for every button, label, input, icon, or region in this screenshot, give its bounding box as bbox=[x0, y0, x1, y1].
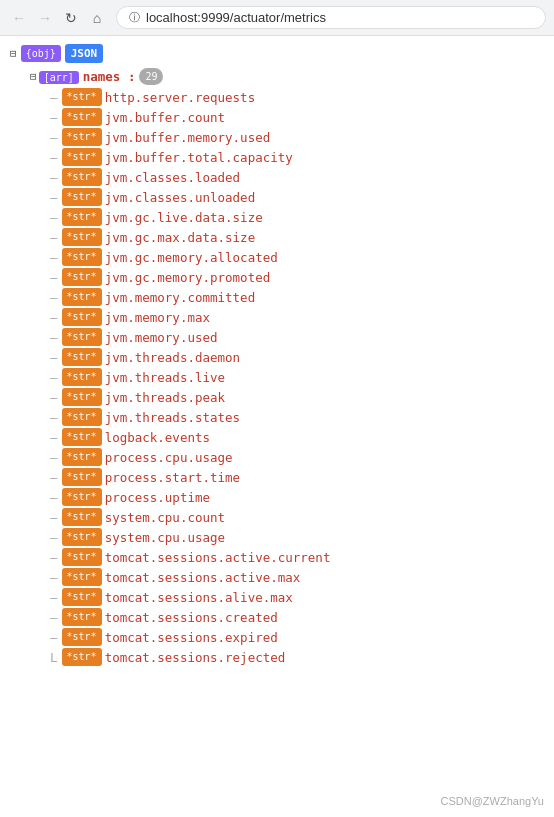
list-item: –*str*jvm.gc.live.data.size bbox=[10, 208, 544, 228]
item-value: tomcat.sessions.active.current bbox=[105, 548, 331, 568]
browser-chrome: ← → ↻ ⌂ ⓘ localhost:9999/actuator/metric… bbox=[0, 0, 554, 36]
item-value: system.cpu.usage bbox=[105, 528, 225, 548]
item-value: jvm.gc.live.data.size bbox=[105, 208, 263, 228]
arr-badge: [arr] bbox=[39, 71, 79, 84]
str-badge: *str* bbox=[62, 528, 102, 546]
list-item: –*str*jvm.buffer.total.capacity bbox=[10, 148, 544, 168]
url-text: localhost:9999/actuator/metrics bbox=[146, 10, 326, 25]
item-value: logback.events bbox=[105, 428, 210, 448]
list-item: –*str*jvm.classes.unloaded bbox=[10, 188, 544, 208]
item-value: jvm.threads.states bbox=[105, 408, 240, 428]
list-item: –*str*jvm.gc.memory.promoted bbox=[10, 268, 544, 288]
str-badge: *str* bbox=[62, 608, 102, 626]
str-badge: *str* bbox=[62, 448, 102, 466]
list-item: –*str*tomcat.sessions.active.current bbox=[10, 548, 544, 568]
item-value: http.server.requests bbox=[105, 88, 256, 108]
str-badge: *str* bbox=[62, 348, 102, 366]
list-item: –*str*jvm.buffer.count bbox=[10, 108, 544, 128]
list-item: –*str*system.cpu.count bbox=[10, 508, 544, 528]
list-item: –*str*jvm.classes.loaded bbox=[10, 168, 544, 188]
item-value: jvm.threads.peak bbox=[105, 388, 225, 408]
str-badge: *str* bbox=[62, 228, 102, 246]
list-item: –*str*tomcat.sessions.active.max bbox=[10, 568, 544, 588]
item-value: jvm.threads.daemon bbox=[105, 348, 240, 368]
item-value: tomcat.sessions.rejected bbox=[105, 648, 286, 668]
list-item: –*str*jvm.buffer.memory.used bbox=[10, 128, 544, 148]
list-item: –*str*tomcat.sessions.alive.max bbox=[10, 588, 544, 608]
str-badge: *str* bbox=[62, 548, 102, 566]
item-value: tomcat.sessions.alive.max bbox=[105, 588, 293, 608]
str-badge: *str* bbox=[62, 628, 102, 646]
json-viewer: ⊟ {obj} JSON ⊟ [arr] names : 29 –*str*ht… bbox=[0, 36, 554, 676]
list-item: –*str*jvm.gc.memory.allocated bbox=[10, 248, 544, 268]
str-badge: *str* bbox=[62, 168, 102, 186]
list-item: L*str*tomcat.sessions.rejected bbox=[10, 648, 544, 668]
str-badge: *str* bbox=[62, 588, 102, 606]
list-item: –*str*system.cpu.usage bbox=[10, 528, 544, 548]
list-item: –*str*jvm.threads.peak bbox=[10, 388, 544, 408]
list-item: –*str*process.start.time bbox=[10, 468, 544, 488]
str-badge: *str* bbox=[62, 328, 102, 346]
item-value: jvm.buffer.count bbox=[105, 108, 225, 128]
collapse-root-button[interactable]: ⊟ bbox=[10, 45, 17, 62]
item-value: jvm.classes.loaded bbox=[105, 168, 240, 188]
list-item: –*str*tomcat.sessions.expired bbox=[10, 628, 544, 648]
item-value: jvm.memory.committed bbox=[105, 288, 256, 308]
nav-buttons: ← → ↻ ⌂ bbox=[8, 7, 108, 29]
str-badge: *str* bbox=[62, 508, 102, 526]
str-badge: *str* bbox=[62, 308, 102, 326]
json-badge[interactable]: JSON bbox=[65, 44, 104, 63]
str-badge: *str* bbox=[62, 88, 102, 106]
item-value: jvm.memory.max bbox=[105, 308, 210, 328]
item-value: process.start.time bbox=[105, 468, 240, 488]
item-value: jvm.buffer.memory.used bbox=[105, 128, 271, 148]
list-item: –*str*jvm.memory.used bbox=[10, 328, 544, 348]
home-button[interactable]: ⌂ bbox=[86, 7, 108, 29]
str-badge: *str* bbox=[62, 188, 102, 206]
str-badge: *str* bbox=[62, 388, 102, 406]
address-bar[interactable]: ⓘ localhost:9999/actuator/metrics bbox=[116, 6, 546, 29]
str-badge: *str* bbox=[62, 568, 102, 586]
str-badge: *str* bbox=[62, 408, 102, 426]
str-badge: *str* bbox=[62, 208, 102, 226]
list-item: –*str*http.server.requests bbox=[10, 88, 544, 108]
str-badge: *str* bbox=[62, 428, 102, 446]
str-badge: *str* bbox=[62, 248, 102, 266]
item-value: jvm.gc.max.data.size bbox=[105, 228, 256, 248]
collapse-arr-button[interactable]: ⊟ bbox=[30, 68, 37, 85]
item-value: jvm.buffer.total.capacity bbox=[105, 148, 293, 168]
names-count-badge: 29 bbox=[139, 68, 163, 86]
info-icon: ⓘ bbox=[129, 10, 140, 25]
item-value: tomcat.sessions.expired bbox=[105, 628, 278, 648]
list-item: –*str*jvm.memory.max bbox=[10, 308, 544, 328]
str-badge: *str* bbox=[62, 368, 102, 386]
item-value: tomcat.sessions.created bbox=[105, 608, 278, 628]
str-badge: *str* bbox=[62, 128, 102, 146]
list-item: –*str*jvm.memory.committed bbox=[10, 288, 544, 308]
str-badge: *str* bbox=[62, 108, 102, 126]
forward-button[interactable]: → bbox=[34, 7, 56, 29]
str-badge: *str* bbox=[62, 268, 102, 286]
list-item: –*str*jvm.gc.max.data.size bbox=[10, 228, 544, 248]
list-item: –*str*jvm.threads.daemon bbox=[10, 348, 544, 368]
list-item: –*str*jvm.threads.live bbox=[10, 368, 544, 388]
str-badge: *str* bbox=[62, 148, 102, 166]
obj-badge: {obj} bbox=[21, 45, 61, 63]
item-value: jvm.gc.memory.promoted bbox=[105, 268, 271, 288]
str-badge: *str* bbox=[62, 288, 102, 306]
item-value: jvm.gc.memory.allocated bbox=[105, 248, 278, 268]
item-value: jvm.memory.used bbox=[105, 328, 218, 348]
str-badge: *str* bbox=[62, 488, 102, 506]
items-list: –*str*http.server.requests–*str*jvm.buff… bbox=[10, 88, 544, 668]
list-item: –*str*tomcat.sessions.created bbox=[10, 608, 544, 628]
watermark: CSDN@ZWZhangYu bbox=[441, 795, 544, 807]
list-item: –*str*jvm.threads.states bbox=[10, 408, 544, 428]
names-key: names : bbox=[83, 67, 136, 86]
reload-button[interactable]: ↻ bbox=[60, 7, 82, 29]
item-value: jvm.classes.unloaded bbox=[105, 188, 256, 208]
back-button[interactable]: ← bbox=[8, 7, 30, 29]
str-badge: *str* bbox=[62, 468, 102, 486]
item-value: jvm.threads.live bbox=[105, 368, 225, 388]
names-row: ⊟ [arr] names : 29 bbox=[10, 67, 544, 86]
item-value: process.uptime bbox=[105, 488, 210, 508]
